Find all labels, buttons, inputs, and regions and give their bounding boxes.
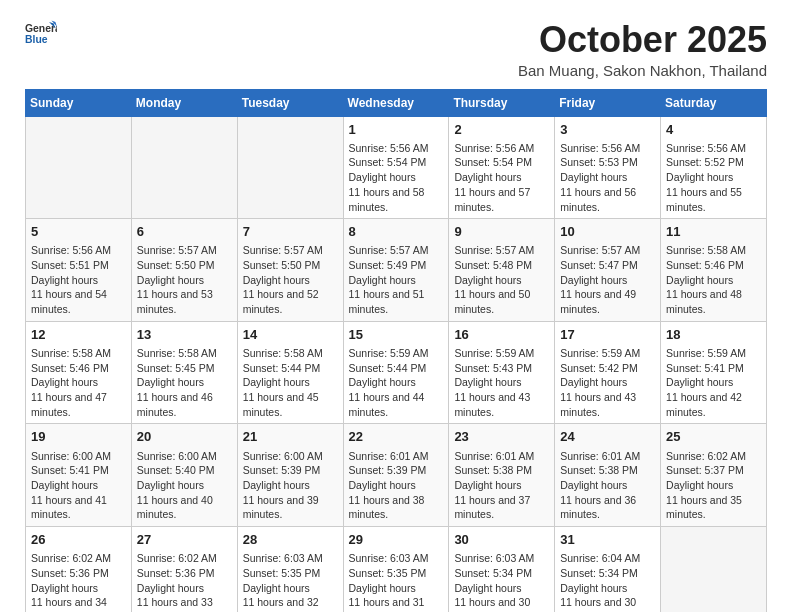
day-number: 8	[349, 223, 444, 241]
day-info: Sunrise: 5:59 AMSunset: 5:41 PMDaylight …	[666, 346, 761, 419]
day-number: 27	[137, 531, 232, 549]
header-saturday: Saturday	[661, 89, 767, 116]
day-info: Sunrise: 5:57 AMSunset: 5:49 PMDaylight …	[349, 243, 444, 316]
day-number: 4	[666, 121, 761, 139]
day-info: Sunrise: 6:03 AMSunset: 5:34 PMDaylight …	[454, 551, 549, 612]
table-row	[237, 116, 343, 219]
header-sunday: Sunday	[26, 89, 132, 116]
day-info: Sunrise: 6:00 AMSunset: 5:41 PMDaylight …	[31, 449, 126, 522]
table-row: 1Sunrise: 5:56 AMSunset: 5:54 PMDaylight…	[343, 116, 449, 219]
table-row: 19Sunrise: 6:00 AMSunset: 5:41 PMDayligh…	[26, 424, 132, 527]
day-number: 13	[137, 326, 232, 344]
table-row: 6Sunrise: 5:57 AMSunset: 5:50 PMDaylight…	[131, 219, 237, 322]
day-number: 14	[243, 326, 338, 344]
day-info: Sunrise: 5:57 AMSunset: 5:47 PMDaylight …	[560, 243, 655, 316]
calendar-week-row: 26Sunrise: 6:02 AMSunset: 5:36 PMDayligh…	[26, 527, 767, 612]
day-info: Sunrise: 6:00 AMSunset: 5:40 PMDaylight …	[137, 449, 232, 522]
table-row: 31Sunrise: 6:04 AMSunset: 5:34 PMDayligh…	[555, 527, 661, 612]
table-row: 27Sunrise: 6:02 AMSunset: 5:36 PMDayligh…	[131, 527, 237, 612]
day-info: Sunrise: 5:56 AMSunset: 5:52 PMDaylight …	[666, 141, 761, 214]
table-row: 7Sunrise: 5:57 AMSunset: 5:50 PMDaylight…	[237, 219, 343, 322]
table-row: 22Sunrise: 6:01 AMSunset: 5:39 PMDayligh…	[343, 424, 449, 527]
logo-icon: General Blue	[25, 20, 57, 48]
day-number: 25	[666, 428, 761, 446]
day-info: Sunrise: 5:58 AMSunset: 5:44 PMDaylight …	[243, 346, 338, 419]
location-subtitle: Ban Muang, Sakon Nakhon, Thailand	[518, 62, 767, 79]
day-info: Sunrise: 6:03 AMSunset: 5:35 PMDaylight …	[243, 551, 338, 612]
table-row: 13Sunrise: 5:58 AMSunset: 5:45 PMDayligh…	[131, 321, 237, 424]
month-title: October 2025	[518, 20, 767, 60]
table-row	[661, 527, 767, 612]
table-row: 17Sunrise: 5:59 AMSunset: 5:42 PMDayligh…	[555, 321, 661, 424]
table-row: 14Sunrise: 5:58 AMSunset: 5:44 PMDayligh…	[237, 321, 343, 424]
day-number: 30	[454, 531, 549, 549]
day-info: Sunrise: 5:56 AMSunset: 5:51 PMDaylight …	[31, 243, 126, 316]
table-row	[26, 116, 132, 219]
day-info: Sunrise: 5:59 AMSunset: 5:44 PMDaylight …	[349, 346, 444, 419]
title-section: October 2025 Ban Muang, Sakon Nakhon, Th…	[518, 20, 767, 79]
day-number: 18	[666, 326, 761, 344]
table-row: 12Sunrise: 5:58 AMSunset: 5:46 PMDayligh…	[26, 321, 132, 424]
day-info: Sunrise: 5:57 AMSunset: 5:50 PMDaylight …	[137, 243, 232, 316]
day-info: Sunrise: 5:57 AMSunset: 5:50 PMDaylight …	[243, 243, 338, 316]
day-number: 2	[454, 121, 549, 139]
table-row: 29Sunrise: 6:03 AMSunset: 5:35 PMDayligh…	[343, 527, 449, 612]
page-header: General Blue October 2025 Ban Muang, Sak…	[25, 20, 767, 79]
calendar-week-row: 19Sunrise: 6:00 AMSunset: 5:41 PMDayligh…	[26, 424, 767, 527]
day-number: 17	[560, 326, 655, 344]
day-number: 29	[349, 531, 444, 549]
table-row: 25Sunrise: 6:02 AMSunset: 5:37 PMDayligh…	[661, 424, 767, 527]
header-wednesday: Wednesday	[343, 89, 449, 116]
table-row: 16Sunrise: 5:59 AMSunset: 5:43 PMDayligh…	[449, 321, 555, 424]
calendar-table: Sunday Monday Tuesday Wednesday Thursday…	[25, 89, 767, 612]
day-number: 23	[454, 428, 549, 446]
table-row: 5Sunrise: 5:56 AMSunset: 5:51 PMDaylight…	[26, 219, 132, 322]
table-row: 23Sunrise: 6:01 AMSunset: 5:38 PMDayligh…	[449, 424, 555, 527]
header-thursday: Thursday	[449, 89, 555, 116]
header-tuesday: Tuesday	[237, 89, 343, 116]
table-row: 18Sunrise: 5:59 AMSunset: 5:41 PMDayligh…	[661, 321, 767, 424]
table-row: 11Sunrise: 5:58 AMSunset: 5:46 PMDayligh…	[661, 219, 767, 322]
day-number: 10	[560, 223, 655, 241]
day-number: 3	[560, 121, 655, 139]
day-info: Sunrise: 5:58 AMSunset: 5:45 PMDaylight …	[137, 346, 232, 419]
day-number: 6	[137, 223, 232, 241]
day-info: Sunrise: 6:01 AMSunset: 5:38 PMDaylight …	[454, 449, 549, 522]
table-row: 3Sunrise: 5:56 AMSunset: 5:53 PMDaylight…	[555, 116, 661, 219]
day-number: 21	[243, 428, 338, 446]
day-info: Sunrise: 5:56 AMSunset: 5:53 PMDaylight …	[560, 141, 655, 214]
day-number: 9	[454, 223, 549, 241]
day-info: Sunrise: 6:00 AMSunset: 5:39 PMDaylight …	[243, 449, 338, 522]
table-row	[131, 116, 237, 219]
day-info: Sunrise: 6:01 AMSunset: 5:38 PMDaylight …	[560, 449, 655, 522]
svg-text:Blue: Blue	[25, 34, 48, 45]
day-info: Sunrise: 6:03 AMSunset: 5:35 PMDaylight …	[349, 551, 444, 612]
day-info: Sunrise: 5:56 AMSunset: 5:54 PMDaylight …	[349, 141, 444, 214]
table-row: 20Sunrise: 6:00 AMSunset: 5:40 PMDayligh…	[131, 424, 237, 527]
day-info: Sunrise: 5:59 AMSunset: 5:43 PMDaylight …	[454, 346, 549, 419]
day-number: 12	[31, 326, 126, 344]
day-number: 22	[349, 428, 444, 446]
calendar-header-row: Sunday Monday Tuesday Wednesday Thursday…	[26, 89, 767, 116]
table-row: 28Sunrise: 6:03 AMSunset: 5:35 PMDayligh…	[237, 527, 343, 612]
table-row: 4Sunrise: 5:56 AMSunset: 5:52 PMDaylight…	[661, 116, 767, 219]
table-row: 8Sunrise: 5:57 AMSunset: 5:49 PMDaylight…	[343, 219, 449, 322]
day-number: 24	[560, 428, 655, 446]
calendar-week-row: 5Sunrise: 5:56 AMSunset: 5:51 PMDaylight…	[26, 219, 767, 322]
table-row: 2Sunrise: 5:56 AMSunset: 5:54 PMDaylight…	[449, 116, 555, 219]
day-info: Sunrise: 6:04 AMSunset: 5:34 PMDaylight …	[560, 551, 655, 612]
table-row: 26Sunrise: 6:02 AMSunset: 5:36 PMDayligh…	[26, 527, 132, 612]
table-row: 24Sunrise: 6:01 AMSunset: 5:38 PMDayligh…	[555, 424, 661, 527]
day-info: Sunrise: 6:02 AMSunset: 5:37 PMDaylight …	[666, 449, 761, 522]
header-friday: Friday	[555, 89, 661, 116]
day-number: 31	[560, 531, 655, 549]
day-number: 16	[454, 326, 549, 344]
table-row: 15Sunrise: 5:59 AMSunset: 5:44 PMDayligh…	[343, 321, 449, 424]
day-number: 20	[137, 428, 232, 446]
logo: General Blue	[25, 20, 57, 48]
day-number: 5	[31, 223, 126, 241]
table-row: 9Sunrise: 5:57 AMSunset: 5:48 PMDaylight…	[449, 219, 555, 322]
header-monday: Monday	[131, 89, 237, 116]
table-row: 10Sunrise: 5:57 AMSunset: 5:47 PMDayligh…	[555, 219, 661, 322]
day-number: 28	[243, 531, 338, 549]
